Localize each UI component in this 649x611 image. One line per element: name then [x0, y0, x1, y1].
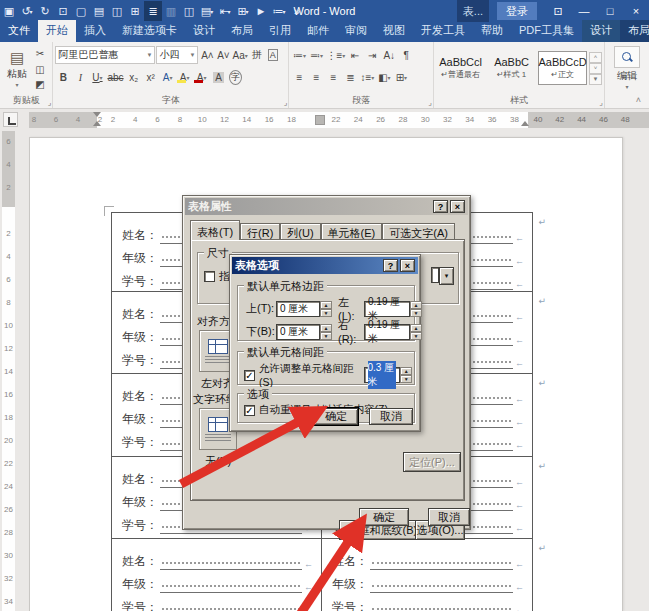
help-button[interactable]: ? — [383, 259, 398, 272]
tp-tab-表格(T)[interactable]: 表格(T) — [190, 220, 240, 240]
table-options-title-bar[interactable]: 表格选项 ? × — [232, 257, 418, 274]
ribbon-tab-设计[interactable]: 设计 — [582, 20, 620, 42]
text-effects-icon[interactable]: A▾ — [160, 68, 176, 86]
help-button[interactable]: ? — [433, 200, 448, 213]
find-button[interactable] — [614, 46, 640, 68]
qat-select-icon[interactable]: ► — [252, 1, 270, 21]
paragraph-launcher-icon[interactable]: ⌟ — [428, 98, 432, 107]
highlight-color-icon[interactable]: A▾ — [177, 68, 193, 86]
indent-marker[interactable] — [93, 121, 101, 126]
allow-spacing-checkbox[interactable]: ✓ — [244, 370, 255, 381]
justify-icon[interactable]: ≣ — [342, 68, 358, 86]
right-margin-spinner[interactable]: ▲▼ — [410, 324, 422, 340]
phonetic-guide-icon[interactable]: 拼 — [249, 46, 265, 64]
multilevel-list-icon[interactable]: ⋮≡▾ — [325, 46, 346, 64]
bold-icon[interactable]: B — [55, 68, 71, 86]
spacing-spinner[interactable]: ▲▼ — [400, 367, 412, 383]
style-more-icon[interactable]: ▼ — [589, 74, 602, 85]
subscript-icon[interactable]: x₂ — [126, 68, 142, 86]
style-card-普通最右[interactable]: AaBbCcl↵普通最右 — [436, 51, 485, 85]
style-card-样式 1[interactable]: AaBbC↵样式 1 — [487, 51, 536, 85]
right-margin-input[interactable]: 0.19 厘米 — [364, 324, 410, 340]
ribbon-tab-开始[interactable]: 开始 — [38, 20, 76, 42]
bottom-margin-spinner[interactable]: ▲▼ — [320, 324, 332, 340]
qat-print-icon[interactable]: ⊞ — [126, 1, 144, 21]
qat-overflow-icon[interactable]: » — [288, 1, 306, 21]
qat-draft-view-icon[interactable]: ▥ — [162, 1, 180, 21]
table-properties-title-bar[interactable]: 表格属性 ? × — [185, 198, 468, 215]
ribbon-tab-帮助[interactable]: 帮助 — [473, 20, 511, 42]
ribbon-tab-审阅[interactable]: 审阅 — [337, 20, 375, 42]
show-marks-icon[interactable]: ¶ — [398, 46, 414, 64]
vertical-ruler[interactable]: 642246810121416182022242628303234 — [2, 131, 15, 611]
styles-launcher-icon[interactable]: ⌟ — [599, 98, 603, 107]
indent-marker[interactable] — [93, 112, 101, 117]
increase-indent-icon[interactable]: ⇥ — [364, 46, 380, 64]
decrease-indent-icon[interactable]: ⇤ — [347, 46, 363, 64]
tp-tab-列(U)[interactable]: 列(U) — [280, 223, 320, 240]
qat-save-icon[interactable]: ▣ — [0, 1, 18, 21]
copy-icon[interactable]: ◫ — [32, 62, 48, 77]
bottom-margin-input[interactable]: 0 厘米 — [276, 324, 320, 340]
qat-table-tool-icon[interactable]: ⊞▾ — [234, 1, 252, 21]
autofit-checkbox[interactable]: ✓ — [244, 405, 255, 416]
numbering-icon[interactable]: ≕▾ — [308, 46, 324, 64]
sign-in-button[interactable]: 登录 — [497, 2, 537, 20]
close-icon[interactable]: × — [450, 200, 465, 213]
shading-icon[interactable]: ◧▾ — [376, 68, 392, 86]
qat-reading-view-icon[interactable]: ≣ — [144, 1, 162, 21]
table-column-marker[interactable] — [315, 115, 325, 125]
ribbon-tab-邮件[interactable]: 邮件 — [299, 20, 337, 42]
ribbon-tab-新建选项卡[interactable]: 新建选项卡 — [114, 20, 185, 42]
align-left-icon[interactable]: ≡ — [291, 68, 307, 86]
ribbon-tab-开发工具[interactable]: 开发工具 — [413, 20, 473, 42]
minimize-icon[interactable]: — — [571, 0, 597, 22]
tp-cancel-button[interactable]: 取消 — [428, 508, 470, 526]
superscript-icon[interactable]: x² — [143, 68, 159, 86]
maximize-icon[interactable]: □ — [597, 0, 623, 22]
spacing-value-input[interactable]: 0.3 厘米 — [364, 367, 401, 383]
line-spacing-icon[interactable]: ↕≡▾ — [359, 68, 375, 86]
ribbon-display-options-icon[interactable]: ⊡ — [545, 0, 571, 22]
shrink-font-icon[interactable]: A˅ — [215, 46, 231, 64]
cut-icon[interactable]: ✂ — [32, 46, 48, 61]
horizontal-ruler[interactable]: 8642246810121416182224262830323436384042… — [29, 112, 649, 128]
change-case-icon[interactable]: Aa▾ — [231, 46, 248, 64]
italic-icon[interactable]: I — [72, 68, 88, 86]
ribbon-tab-视图[interactable]: 视图 — [375, 20, 413, 42]
to-ok-button[interactable]: 确定 — [314, 408, 358, 425]
qat-undo-icon[interactable]: ↺▾ — [18, 1, 36, 21]
qat-new-document-icon[interactable]: ▢ — [72, 1, 90, 21]
character-shading-icon[interactable]: A — [211, 68, 227, 86]
style-card-正文[interactable]: AaBbCcD↵正文 — [538, 51, 587, 85]
tab-stop-selector[interactable] — [3, 112, 18, 127]
ribbon-tab-PDF工具集[interactable]: PDF工具集 — [511, 20, 582, 42]
bullets-icon[interactable]: ≔▾ — [291, 46, 307, 64]
grow-font-icon[interactable]: A˄ — [199, 46, 215, 64]
qat-open-icon[interactable]: ▤ — [90, 1, 108, 21]
borders-icon[interactable]: ⊞▾ — [393, 68, 409, 86]
strikethrough-icon[interactable]: abc — [106, 68, 124, 86]
font-color-icon[interactable]: A▾ — [194, 68, 210, 86]
combo-dropdown-icon[interactable]: ▾ — [439, 267, 454, 285]
left-margin-spinner[interactable]: ▲▼ — [410, 301, 422, 317]
table-row[interactable]: 姓名：←年级：←学号：←姓名：←年级：←学号：←↵ — [111, 539, 533, 611]
table-cell[interactable]: 姓名：←年级：←学号：← — [111, 539, 322, 611]
qat-list-icon[interactable]: ≔▾ — [270, 1, 288, 21]
clipboard-launcher-icon[interactable]: ⌟ — [48, 98, 52, 107]
tp-tab-单元格(E)[interactable]: 单元格(E) — [321, 223, 383, 240]
ribbon-tab-布局[interactable]: 布局 — [223, 20, 261, 42]
close-icon[interactable]: × — [400, 259, 415, 272]
character-border-icon[interactable]: A — [265, 46, 281, 64]
ribbon-tab-插入[interactable]: 插入 — [76, 20, 114, 42]
align-right-icon[interactable]: ≡ — [325, 68, 341, 86]
font-size-combo[interactable]: 小四 ▼ — [156, 46, 198, 64]
close-icon[interactable]: × — [623, 0, 649, 22]
align-center-icon[interactable]: ≡ — [308, 68, 324, 86]
ribbon-tab-引用[interactable]: 引用 — [261, 20, 299, 42]
table-cell[interactable]: 姓名：←年级：←学号：← — [322, 539, 533, 611]
qat-insert-cells-icon[interactable]: ⇤▾ — [216, 1, 234, 21]
top-margin-input[interactable]: 0 厘米 — [276, 301, 320, 317]
qat-two-pages-icon[interactable]: ◫ — [180, 1, 198, 21]
font-launcher-icon[interactable]: ⌟ — [284, 98, 288, 107]
